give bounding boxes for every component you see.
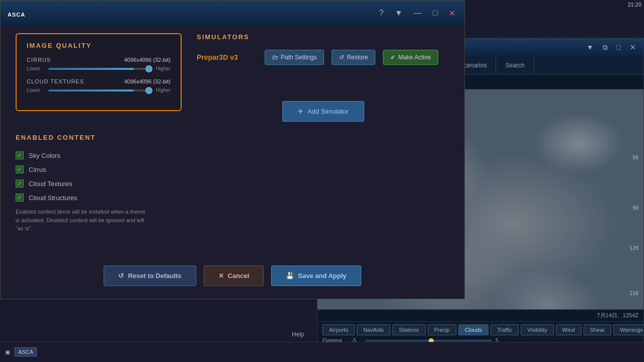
- asca-window: ASCA ? ▼ — □ ✕ IMAGE QUALITY CIRRUS 4096…: [0, 0, 465, 299]
- cirrus-row: ✓ Cirrus: [16, 165, 146, 173]
- cloud-textures-ec-label: Cloud Textures: [29, 180, 72, 188]
- save-label: Save and Apply: [298, 272, 346, 280]
- enabled-content-title: ENABLED CONTENT: [16, 134, 146, 141]
- cirrus-lower-label: Lower: [27, 66, 44, 71]
- cloud-textures-higher-label: Higher: [153, 87, 171, 93]
- coord-150: 150: [629, 291, 638, 296]
- tab-visibility[interactable]: Visibility: [521, 324, 554, 335]
- simulators-section: SIMULATORS Prepar3D v3 🗁 Path Settings ↺…: [197, 33, 443, 65]
- make-active-label: Make Active: [398, 54, 431, 61]
- asca-logo-text: ASCA: [8, 12, 25, 18]
- cloud-textures-slider-fill: [48, 89, 134, 92]
- save-and-apply-button[interactable]: 💾 Save and Apply: [271, 265, 361, 286]
- taskbar: ▣ ASCA: [0, 342, 644, 362]
- tab-warnings[interactable]: Warnings: [613, 324, 644, 335]
- add-simulator-label: Add Simulator: [307, 108, 349, 115]
- fs-tab-row: Airports NavAids Stations Precip Clouds …: [323, 324, 638, 335]
- restore-button[interactable]: ↺ Restore: [332, 50, 375, 65]
- cancel-icon: ✕: [218, 272, 224, 280]
- sky-colors-row: ✓ Sky Colors: [16, 151, 146, 159]
- fs-timestamp: 7月14日、1254Z: [317, 309, 643, 321]
- make-active-button[interactable]: ✔ Make Active: [383, 50, 438, 65]
- asca-titlebar: ASCA ? ▼ — □ ✕: [1, 1, 464, 26]
- taskbar-items: ▣ ASCA: [5, 349, 39, 355]
- minimize-button[interactable]: —: [411, 8, 425, 19]
- fs-maximize-button[interactable]: □: [614, 42, 623, 52]
- cloud-textures-value: 4096x4096 (32-bit): [124, 78, 171, 84]
- cloud-textures-slider-track[interactable]: [48, 89, 149, 92]
- cloud-structures-checkbox[interactable]: ✓: [16, 194, 24, 202]
- restore-label: Restore: [347, 54, 368, 61]
- image-quality-box: IMAGE QUALITY CIRRUS 4096x4096 (32-bit) …: [16, 33, 182, 111]
- cloud-textures-slider-thumb[interactable]: [145, 87, 152, 94]
- path-settings-button[interactable]: 🗁 Path Settings: [265, 50, 324, 65]
- cloud-textures-checkbox[interactable]: ✓: [16, 179, 24, 188]
- fs-dropdown-button[interactable]: ▼: [584, 42, 596, 52]
- reset-icon: ↺: [118, 272, 124, 280]
- cancel-button[interactable]: ✕ Cancel: [204, 265, 264, 286]
- tab-navaids[interactable]: NavAids: [357, 324, 390, 335]
- close-button[interactable]: ✕: [446, 8, 458, 19]
- cloud-textures-label: CLOUD TEXTURES: [27, 78, 84, 84]
- tab-precip[interactable]: Precip: [428, 324, 456, 335]
- fs-restore-button[interactable]: ⧉: [600, 42, 610, 53]
- enabled-content-description: Enabled content items will be installed …: [16, 208, 146, 233]
- path-settings-icon: 🗁: [272, 54, 278, 61]
- dropdown-button[interactable]: ▼: [391, 8, 406, 19]
- tab-wind[interactable]: Wind: [556, 324, 582, 335]
- tab-clouds[interactable]: Clouds: [458, 324, 489, 335]
- tab-airports[interactable]: Airports: [323, 324, 355, 335]
- cloud-structures-row: ✓ Cloud Structures: [16, 194, 146, 202]
- tab-traffic[interactable]: Traffic: [491, 324, 519, 335]
- reset-to-defaults-button[interactable]: ↺ Reset to Defaults: [104, 265, 196, 286]
- fs-close-button[interactable]: ✕: [627, 42, 638, 52]
- gamma-slider-track[interactable]: [366, 340, 492, 341]
- coord-120: 120: [629, 245, 638, 251]
- tab-shear[interactable]: Shear: [584, 324, 611, 335]
- simulators-title: SIMULATORS: [197, 33, 443, 41]
- fs-nav-search[interactable]: Search: [496, 56, 534, 74]
- cloud-structures-label: Cloud Structures: [29, 194, 77, 202]
- cirrus-checkbox[interactable]: ✓: [16, 165, 24, 173]
- cirrus-slider-row: CIRRUS 4096x4096 (32-bit) Lower Higher: [27, 57, 171, 71]
- image-quality-title: IMAGE QUALITY: [27, 42, 171, 49]
- bottom-buttons: ↺ Reset to Defaults ✕ Cancel 💾 Save and …: [1, 265, 464, 286]
- cloud-textures-lower-label: Lower: [27, 87, 44, 93]
- cirrus-slider-thumb[interactable]: [145, 65, 152, 72]
- path-settings-label: Path Settings: [281, 54, 316, 61]
- simulator-row: Prepar3D v3 🗁 Path Settings ↺ Restore ✔ …: [197, 50, 443, 65]
- cirrus-slider-fill: [48, 68, 134, 70]
- cirrus-label: CIRRUS: [27, 57, 51, 63]
- fs-title-controls: ▼ ⧉ □ ✕: [584, 42, 638, 53]
- tab-stations[interactable]: Stations: [392, 324, 426, 335]
- time-display: 21:20: [627, 2, 641, 8]
- cloud-textures-row: ✓ Cloud Textures: [16, 179, 146, 188]
- reset-label: Reset to Defaults: [128, 272, 181, 280]
- add-simulator-icon: ✈: [298, 108, 303, 115]
- sky-colors-label: Sky Colors: [29, 152, 60, 159]
- cirrus-value: 4096x4096 (32-bit): [124, 57, 171, 63]
- cloud-textures-slider-row: CLOUD TEXTURES 4096x4096 (32-bit) Lower …: [27, 78, 171, 93]
- cirrus-slider-track[interactable]: [48, 68, 149, 70]
- sky-colors-checkbox[interactable]: ✓: [16, 151, 24, 159]
- save-icon: 💾: [286, 272, 294, 280]
- coord-90: 90: [632, 205, 638, 211]
- cirrus-ec-label: Cirrus: [29, 166, 46, 173]
- enabled-content-section: ENABLED CONTENT ✓ Sky Colors ✓ Cirrus ✓ …: [16, 134, 146, 233]
- asca-title-controls: ? ▼ — □ ✕: [376, 8, 458, 19]
- restore-icon: ↺: [339, 54, 344, 61]
- make-active-icon: ✔: [390, 54, 395, 61]
- cancel-label: Cancel: [228, 272, 250, 280]
- help-button-label[interactable]: Help: [292, 331, 304, 338]
- add-simulator-button[interactable]: ✈ Add Simulator: [282, 101, 364, 122]
- simulator-name: Prepar3D v3: [197, 53, 257, 61]
- clock: 21:20: [627, 2, 641, 8]
- asca-logo: ASCA: [7, 7, 25, 20]
- coord-50: 50: [632, 155, 638, 160]
- help-button[interactable]: ?: [376, 8, 387, 19]
- cirrus-higher-label: Higher: [153, 66, 171, 71]
- maximize-button[interactable]: □: [430, 8, 441, 19]
